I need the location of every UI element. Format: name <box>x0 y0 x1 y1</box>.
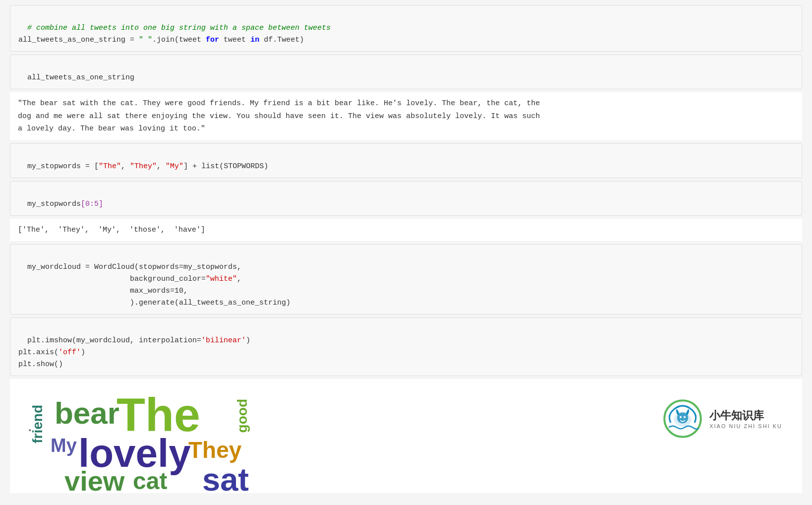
logo-section: 小牛知识库 XIAO NIU ZHI SHI KU <box>663 389 802 439</box>
code-line: all_tweets_as_one_string <box>27 73 134 82</box>
wc-word-dash: · <box>25 429 36 432</box>
wc-word-good: good <box>235 399 249 433</box>
comment-line: # combine all tweets into one big string… <box>27 24 331 32</box>
wc-word-friend: friend <box>31 405 45 443</box>
logo-text: 小牛知识库 XIAO NIU ZHI SHI KU <box>709 408 782 429</box>
code-cell-4: my_stopwords[0:5] <box>10 181 802 216</box>
wordcloud-output: friend · bear The good My lovely They vi… <box>10 379 802 493</box>
wordcloud: friend · bear The good My lovely They vi… <box>20 389 278 488</box>
svg-point-3 <box>680 416 682 418</box>
wc-word-sat: sat <box>202 463 249 496</box>
logo-sub-text: XIAO NIU ZHI SHI KU <box>709 423 782 429</box>
output-text-2: ['The', 'They', 'My', 'those', 'have'] <box>10 219 802 242</box>
code-cell-5: my_wordcloud = WordCloud(stopwords=my_st… <box>10 244 802 315</box>
logo-icon <box>663 399 702 439</box>
output-text-1: "The bear sat with the cat. They were go… <box>10 92 802 140</box>
wc-word-my: My <box>51 436 77 455</box>
code-cell-1: # combine all tweets into one big string… <box>10 5 802 52</box>
wc-word-bear: bear <box>55 398 119 429</box>
wc-word-they: They <box>188 439 241 461</box>
code-cell-3: my_stopwords = ["The", "They", "My"] + l… <box>10 143 802 178</box>
code-line: all_tweets_as_one_string = <box>18 36 139 44</box>
wc-word-view: view <box>64 467 124 495</box>
svg-point-4 <box>684 416 686 418</box>
wc-word-cat: cat <box>133 469 167 493</box>
code-cell-2: all_tweets_as_one_string <box>10 55 802 89</box>
logo-main-text: 小牛知识库 <box>709 408 782 423</box>
code-cell-6: plt.imshow(my_wordcloud, interpolation='… <box>10 317 802 376</box>
